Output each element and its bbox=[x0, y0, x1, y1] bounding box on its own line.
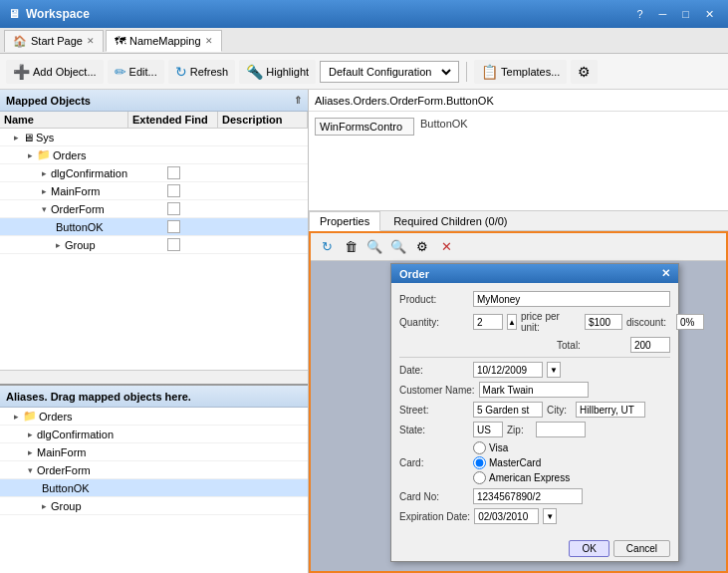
alias-row-dlg[interactable]: ▸ dlgConfirmation bbox=[0, 426, 308, 443]
help-button[interactable]: ? bbox=[630, 6, 648, 23]
group-checkbox[interactable] bbox=[167, 238, 180, 251]
edit-button[interactable]: ✏ Edit... bbox=[108, 60, 164, 84]
state-input[interactable] bbox=[473, 422, 503, 437]
left-panel: Mapped Objects ⇑ Name Extended Find Desc… bbox=[0, 90, 309, 573]
tree-row-buttonok[interactable]: ButtonOK bbox=[0, 218, 308, 236]
highlight-button[interactable]: 🔦 Highlight bbox=[239, 60, 316, 84]
mainform-checkbox[interactable] bbox=[167, 184, 180, 197]
dialog-body: Product: Quantity: ▲ price per unit: dis… bbox=[391, 283, 678, 536]
orderform-checkbox[interactable] bbox=[167, 202, 180, 215]
alias-row-orders[interactable]: ▸ 📁 Orders bbox=[0, 408, 308, 426]
cardno-label: Card No: bbox=[399, 491, 469, 502]
add-object-label: Add Object... bbox=[33, 66, 97, 78]
dlg-arrow: ▸ bbox=[42, 168, 47, 178]
settings-button[interactable]: ⚙ bbox=[571, 60, 598, 84]
date-input[interactable] bbox=[473, 362, 543, 378]
mastercard-option[interactable]: MasterCard bbox=[473, 456, 570, 469]
ok-button[interactable]: OK bbox=[569, 540, 608, 557]
alias-orderform-label: OrderForm bbox=[37, 464, 91, 476]
tree-scrollbar[interactable] bbox=[0, 370, 308, 384]
aliases-section: Aliases. Drag mapped objects here. ▸ 📁 O… bbox=[0, 384, 308, 573]
discount-input[interactable] bbox=[676, 314, 704, 330]
product-label: Product: bbox=[399, 294, 469, 305]
state-label: State: bbox=[399, 425, 469, 435]
customer-input[interactable] bbox=[479, 382, 589, 398]
alias-row-buttonok[interactable]: ButtonOK bbox=[0, 479, 308, 497]
config-select[interactable]: Default Configuration bbox=[325, 65, 454, 79]
dlg-checkbox[interactable] bbox=[167, 166, 180, 179]
total-row: Total: bbox=[399, 337, 670, 353]
alias-path-text: Aliases.Orders.OrderForm.ButtonOK bbox=[315, 95, 494, 107]
card-row: Card: Visa MasterCard American Express bbox=[399, 441, 670, 484]
preview-delete-btn[interactable]: 🗑 bbox=[341, 237, 361, 257]
cancel-button[interactable]: Cancel bbox=[613, 540, 670, 557]
tab-namemapping-label: NameMapping bbox=[129, 35, 201, 47]
preview-find-btn[interactable]: 🔍 bbox=[364, 237, 384, 257]
date-row: Date: ▼ bbox=[399, 362, 670, 378]
group-ext-find bbox=[128, 237, 218, 252]
quantity-input[interactable] bbox=[473, 314, 503, 330]
window-icon: 🖥 bbox=[8, 7, 20, 21]
tab-namemapping[interactable]: 🗺 NameMapping ✕ bbox=[106, 30, 222, 52]
tree-row-mainform[interactable]: ▸ MainForm bbox=[0, 182, 308, 200]
tree-row-dlg[interactable]: ▸ dlgConfirmation bbox=[0, 164, 308, 182]
preview-close-btn[interactable]: ✕ bbox=[436, 237, 456, 257]
product-row: Product: bbox=[399, 291, 670, 307]
order-dialog: Order ✕ Product: Quantity: ▲ price per u… bbox=[390, 263, 679, 562]
edit-icon: ✏ bbox=[115, 64, 126, 80]
card-label: Card: bbox=[399, 457, 469, 468]
preview-settings-btn[interactable]: ⚙ bbox=[412, 237, 432, 257]
alias-orders-arrow: ▸ bbox=[14, 412, 19, 422]
price-input[interactable] bbox=[585, 314, 622, 330]
config-dropdown[interactable]: Default Configuration bbox=[320, 61, 459, 83]
orderform-arrow: ▾ bbox=[42, 204, 47, 214]
add-object-button[interactable]: ➕ Add Object... bbox=[6, 60, 104, 84]
alias-row-group[interactable]: ▸ Group bbox=[0, 497, 308, 515]
expiration-spin[interactable]: ▼ bbox=[543, 508, 557, 524]
orders-label: Orders bbox=[53, 149, 87, 161]
tab-startpage-close[interactable]: ✕ bbox=[87, 36, 95, 46]
tree-row-orders[interactable]: ▸ 📁 Orders bbox=[0, 146, 308, 164]
tree-row-group[interactable]: ▸ Group bbox=[0, 236, 308, 254]
city-input[interactable] bbox=[576, 402, 645, 418]
buttonok-checkbox[interactable] bbox=[167, 220, 180, 233]
tab-startpage-icon: 🏠 bbox=[13, 35, 27, 48]
dialog-close-btn[interactable]: ✕ bbox=[661, 267, 670, 280]
preview-find2-btn[interactable]: 🔍 bbox=[388, 237, 408, 257]
orderform-label: OrderForm bbox=[51, 203, 105, 215]
tree-row-sys[interactable]: ▸ 🖥 Sys bbox=[0, 129, 308, 146]
preview-refresh-btn[interactable]: ↻ bbox=[317, 237, 337, 257]
close-button[interactable]: ✕ bbox=[699, 6, 720, 23]
quantity-spin-up[interactable]: ▲ bbox=[507, 314, 517, 330]
tab-startpage[interactable]: 🏠 Start Page ✕ bbox=[4, 30, 104, 52]
refresh-icon: ↻ bbox=[175, 64, 187, 80]
description-column-header: Description bbox=[218, 112, 308, 128]
product-input[interactable] bbox=[473, 291, 670, 307]
minimize-button[interactable]: ─ bbox=[653, 6, 673, 23]
quantity-row: Quantity: ▲ price per unit: discount: bbox=[399, 311, 670, 333]
templates-button[interactable]: 📋 Templates... bbox=[474, 60, 567, 84]
mainform-ext-find bbox=[128, 183, 218, 198]
refresh-button[interactable]: ↻ Refresh bbox=[168, 60, 236, 84]
tab-namemapping-close[interactable]: ✕ bbox=[205, 36, 213, 46]
amex-option[interactable]: American Express bbox=[473, 471, 570, 484]
maximize-button[interactable]: □ bbox=[676, 6, 695, 23]
sys-label: Sys bbox=[36, 132, 54, 143]
zip-input[interactable] bbox=[536, 422, 586, 437]
street-input[interactable] bbox=[473, 402, 543, 418]
mapped-objects-collapse[interactable]: ⇑ bbox=[294, 95, 302, 106]
alias-row-orderform[interactable]: ▾ OrderForm bbox=[0, 461, 308, 479]
alias-orderform-arrow: ▾ bbox=[28, 465, 33, 475]
aliases-tree: ▸ 📁 Orders ▸ dlgConfirmation ▸ MainForm bbox=[0, 408, 308, 573]
total-input[interactable] bbox=[630, 337, 670, 353]
alias-row-mainform[interactable]: ▸ MainForm bbox=[0, 443, 308, 461]
tree-row-orderform[interactable]: ▾ OrderForm bbox=[0, 200, 308, 218]
date-spin[interactable]: ▼ bbox=[547, 362, 561, 378]
dialog-title-bar: Order ✕ bbox=[391, 264, 678, 283]
tab-properties[interactable]: Properties bbox=[309, 211, 380, 231]
visa-option[interactable]: Visa bbox=[473, 441, 570, 454]
expiration-input[interactable] bbox=[474, 508, 539, 524]
dlg-label: dlgConfirmation bbox=[51, 167, 127, 179]
tab-required-children[interactable]: Required Children (0/0) bbox=[382, 211, 518, 230]
cardno-input[interactable] bbox=[473, 488, 583, 504]
